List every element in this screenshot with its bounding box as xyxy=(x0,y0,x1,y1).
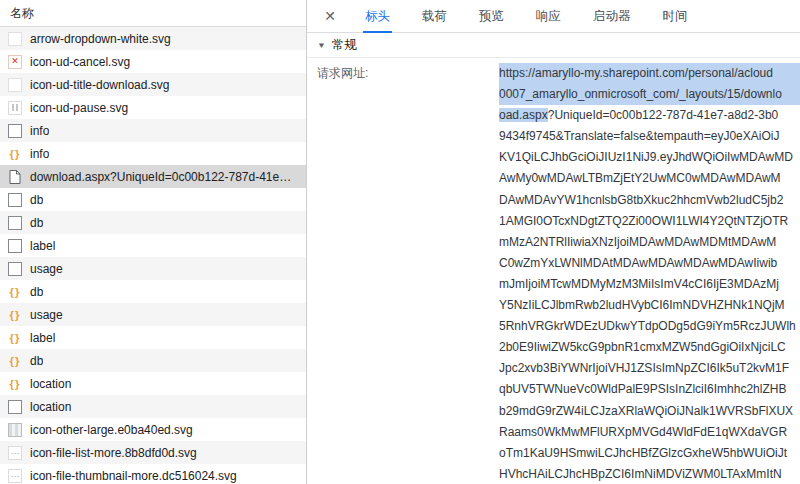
request-name: icon-ud-pause.svg xyxy=(30,101,128,115)
request-name: db xyxy=(30,193,43,207)
tab-时间[interactable]: 时间 xyxy=(647,0,704,32)
tab-label: 响应 xyxy=(534,0,563,33)
request-row[interactable]: ✕icon-ud-cancel.svg xyxy=(0,50,306,73)
tab-label: 载荷 xyxy=(420,0,449,33)
url-line: qbUV5TWNueVc0WldPalE9PSIsInZlciI6Imhhc2h… xyxy=(499,379,800,400)
img-light-icon xyxy=(8,78,22,92)
request-name: info xyxy=(30,124,49,138)
request-list-panel: 名称 arrow-dropdown-white.svg✕icon-ud-canc… xyxy=(0,0,307,484)
img-cancel-icon: ✕ xyxy=(8,55,22,69)
url-line: 9434f9745&Translate=false&tempauth=eyJ0e… xyxy=(499,126,800,147)
request-name: location xyxy=(30,377,71,391)
request-details-panel: ✕ 标头载荷预览响应启动器时间 ▼ 常规 请求网址: https://amary… xyxy=(307,0,800,484)
url-line: 5RnhVRGkrWDEzUDkwYTdpODg5dG9iYm5RczJUWlh xyxy=(499,316,800,337)
url-line: 1AMGI0OTcxNDgtZTQ2Zi00OWI1LWI4Y2QtNTZjOT… xyxy=(499,211,800,232)
request-url-label: 请求网址: xyxy=(307,63,499,484)
url-line: b29mdG9rZW4iLCJzaXRlaWQiOiJNalk1WVRSbFlX… xyxy=(499,401,800,422)
request-row[interactable]: db xyxy=(0,188,306,211)
url-line: HVhcHAiLCJhcHBpZCI6ImNiMDViZWM0LTAxMmItN xyxy=(499,464,800,484)
json-icon: {} xyxy=(8,377,22,391)
name-column-header[interactable]: 名称 xyxy=(0,0,306,27)
request-row[interactable]: icon-other-large.e0ba40ed.svg xyxy=(0,418,306,441)
img-dots-icon: ··· xyxy=(8,469,22,483)
request-row[interactable]: ···icon-file-list-more.8b8dfd0d.svg xyxy=(0,441,306,464)
request-row[interactable]: location xyxy=(0,395,306,418)
details-tabbar: ✕ 标头载荷预览响应启动器时间 xyxy=(307,0,800,33)
details-tabs: 标头载荷预览响应启动器时间 xyxy=(349,0,704,32)
request-row[interactable]: db xyxy=(0,211,306,234)
request-row[interactable]: icon-ud-pause.svg xyxy=(0,96,306,119)
tab-载荷[interactable]: 载荷 xyxy=(406,0,463,32)
headers-body: 请求网址: https://amaryllo-my.sharepoint.com… xyxy=(307,58,800,484)
request-row[interactable]: usage xyxy=(0,257,306,280)
url-line: 2b0E9IiwiZW5kcG9pbnR1cmxMZW5ndGgiOiIxNjc… xyxy=(499,337,800,358)
url-line: oTm1KaU9HSmwiLCJhcHBfZGlzcGxheW5hbWUiOiJ… xyxy=(499,443,800,464)
request-row[interactable]: label xyxy=(0,234,306,257)
json-icon: {} xyxy=(8,285,22,299)
img-light-icon xyxy=(8,32,22,46)
close-icon[interactable]: ✕ xyxy=(317,0,343,32)
img-gray-icon xyxy=(8,124,22,138)
request-name: icon-other-large.e0ba40ed.svg xyxy=(30,423,193,437)
tab-响应[interactable]: 响应 xyxy=(520,0,577,32)
request-row[interactable]: {}db xyxy=(0,280,306,303)
request-row[interactable]: {}location xyxy=(0,372,306,395)
request-row[interactable]: {}info xyxy=(0,142,306,165)
url-line: Jpc2xvb3BiYWNrIjoiVHJ1ZSIsImNpZCI6Ik5uT2… xyxy=(499,358,800,379)
name-column-label: 名称 xyxy=(10,5,34,22)
request-list: arrow-dropdown-white.svg✕icon-ud-cancel.… xyxy=(0,27,306,484)
tab-label: 预览 xyxy=(477,0,506,33)
img-gray-icon xyxy=(8,262,22,276)
img-gray-icon xyxy=(8,193,22,207)
tab-启动器[interactable]: 启动器 xyxy=(577,0,647,32)
url-line: KV1QiLCJhbGciOiJIUzI1NiJ9.eyJhdWQiOiIwMD… xyxy=(499,147,800,168)
tab-预览[interactable]: 预览 xyxy=(463,0,520,32)
request-name: db xyxy=(30,285,43,299)
url-line: mJmIjoiMTcwMDMyMzM3MiIsImV4cCI6IjE3MDAzM… xyxy=(499,274,800,295)
json-icon: {} xyxy=(8,308,22,322)
request-row[interactable]: icon-ud-title-download.svg xyxy=(0,73,306,96)
request-name: db xyxy=(30,216,43,230)
request-row[interactable]: download.aspx?UniqueId=0c00b122-787d-41e… xyxy=(0,165,306,188)
section-title: 常规 xyxy=(332,37,357,54)
request-row[interactable]: arrow-dropdown-white.svg xyxy=(0,27,306,50)
tab-label: 时间 xyxy=(661,0,690,33)
json-icon: {} xyxy=(8,354,22,368)
request-name: download.aspx?UniqueId=0c00b122-787d-41e… xyxy=(30,170,291,184)
tab-label: 标头 xyxy=(363,0,392,33)
request-name: icon-file-thumbnail-more.dc516024.svg xyxy=(30,469,237,483)
url-line: C0wZmYxLWNlMDAtMDAwMDAwMDAwMDAwIiwib xyxy=(499,253,800,274)
url-line: 0007_amaryllo_onmicrosoft_com/_layouts/1… xyxy=(499,84,800,105)
url-line: DAwMDAvYW1hcnlsbG8tbXkuc2hhcmVwb2ludC5jb… xyxy=(499,190,800,211)
url-line: oad.aspx?UniqueId=0c00b122-787d-41e7-a8d… xyxy=(499,105,800,126)
img-pause-icon xyxy=(8,101,22,115)
img-pattern-icon xyxy=(8,423,22,437)
request-name: icon-file-list-more.8b8dfd0d.svg xyxy=(30,446,197,460)
json-icon: {} xyxy=(8,147,22,161)
request-url-value[interactable]: https://amaryllo-my.sharepoint.com/perso… xyxy=(499,63,800,484)
json-icon: {} xyxy=(8,331,22,345)
url-line: Y5NzIiLCJlbmRwb2ludHVybCI6ImNDVHZHNk1NQj… xyxy=(499,295,800,316)
devtools-network-panel: 名称 arrow-dropdown-white.svg✕icon-ud-canc… xyxy=(0,0,800,484)
request-row[interactable]: {}usage xyxy=(0,303,306,326)
request-name: usage xyxy=(30,308,63,322)
section-header-general[interactable]: ▼ 常规 xyxy=(307,33,800,58)
request-name: arrow-dropdown-white.svg xyxy=(30,32,171,46)
url-line: Raams0WkMwMFlURXpMVGd4WldFdE1qWXdaVGR xyxy=(499,422,800,443)
chevron-down-icon: ▼ xyxy=(317,41,326,50)
request-row[interactable]: {}label xyxy=(0,326,306,349)
img-gray-icon xyxy=(8,400,22,414)
tab-标头[interactable]: 标头 xyxy=(349,0,406,32)
request-name: usage xyxy=(30,262,63,276)
request-name: label xyxy=(30,331,55,345)
doc-icon xyxy=(8,170,22,184)
request-row[interactable]: ···icon-file-thumbnail-more.dc516024.svg xyxy=(0,464,306,484)
url-line: https://amaryllo-my.sharepoint.com/perso… xyxy=(499,63,800,84)
request-row[interactable]: {}db xyxy=(0,349,306,372)
request-name: db xyxy=(30,354,43,368)
img-gray-icon xyxy=(8,216,22,230)
img-dots-icon: ··· xyxy=(8,446,22,460)
request-row[interactable]: info xyxy=(0,119,306,142)
img-gray-icon xyxy=(8,239,22,253)
url-line: AwMy0wMDAwLTBmZjEtY2UwMC0wMDAwMDAwM xyxy=(499,168,800,189)
